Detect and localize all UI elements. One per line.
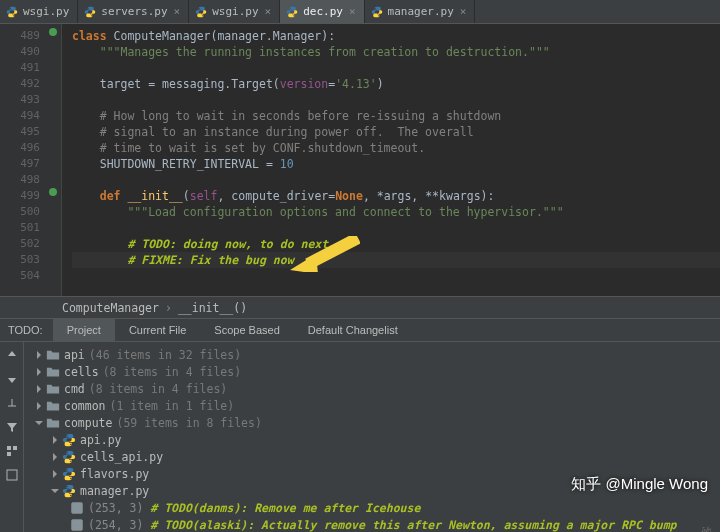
- folder-icon: [46, 382, 60, 396]
- chevron-right-icon: [50, 452, 60, 462]
- editor-tab[interactable]: manager.py×: [365, 0, 476, 23]
- chevron-right-icon: [50, 469, 60, 479]
- breadcrumb[interactable]: ComputeManager › __init__(): [0, 296, 720, 318]
- list-icon: [70, 518, 84, 532]
- close-icon[interactable]: ×: [349, 5, 356, 18]
- svg-rect-4: [7, 446, 11, 450]
- todo-entry[interactable]: (254, 3) # TODO(alaski): Actually remove…: [30, 516, 720, 532]
- todo-panel: api(46 items in 32 files) cells(8 items …: [0, 342, 720, 532]
- svg-rect-6: [7, 452, 11, 456]
- list-icon: [70, 501, 84, 515]
- python-icon: [62, 433, 76, 447]
- chevron-right-icon: [34, 367, 44, 377]
- svg-rect-7: [7, 470, 17, 480]
- tab-label: dec.py: [303, 5, 343, 18]
- close-icon[interactable]: ×: [460, 5, 467, 18]
- tree-row-folder[interactable]: api(46 items in 32 files): [30, 346, 720, 363]
- todo-sidebar: [0, 342, 24, 532]
- editor-tab[interactable]: wsgi.py×: [189, 0, 280, 23]
- preview-icon[interactable]: [5, 468, 19, 482]
- python-icon: [62, 450, 76, 464]
- chevron-right-icon: ›: [165, 301, 172, 315]
- chevron-right-icon: [34, 384, 44, 394]
- up-icon[interactable]: [5, 348, 19, 362]
- export-icon[interactable]: [5, 396, 19, 410]
- gutter-markers: [44, 24, 62, 296]
- down-icon[interactable]: [5, 372, 19, 386]
- folder-icon: [46, 399, 60, 413]
- tree-row-folder[interactable]: common(1 item in 1 file): [30, 397, 720, 414]
- todo-tab-project[interactable]: Project: [53, 319, 115, 341]
- folder-icon: [46, 416, 60, 430]
- group-icon[interactable]: [5, 444, 19, 458]
- editor-tab[interactable]: servers.py×: [78, 0, 189, 23]
- folder-icon: [46, 348, 60, 362]
- editor-tab[interactable]: dec.py×: [280, 0, 364, 23]
- folder-icon: [46, 365, 60, 379]
- tree-row-folder[interactable]: cmd(8 items in 4 files): [30, 380, 720, 397]
- tab-label: wsgi.py: [212, 5, 258, 18]
- chevron-right-icon: [50, 435, 60, 445]
- chevron-down-icon: [34, 418, 44, 428]
- todo-tab-default-changelist[interactable]: Default Changelist: [294, 319, 412, 341]
- todo-tree[interactable]: api(46 items in 32 files) cells(8 items …: [24, 342, 720, 532]
- tree-row-folder[interactable]: cells(8 items in 4 files): [30, 363, 720, 380]
- python-icon: [62, 484, 76, 498]
- code-editor[interactable]: 4894904914924934944954964974984995005015…: [0, 24, 720, 296]
- svg-rect-5: [13, 446, 17, 450]
- gutter-line-numbers: 4894904914924934944954964974984995005015…: [0, 24, 44, 296]
- editor-tabs: wsgi.py servers.py× wsgi.py× dec.py× man…: [0, 0, 720, 24]
- filter-icon[interactable]: [5, 420, 19, 434]
- chevron-right-icon: [34, 350, 44, 360]
- close-icon[interactable]: ×: [174, 5, 181, 18]
- close-icon[interactable]: ×: [265, 5, 272, 18]
- todo-entry[interactable]: (253, 3) # TODO(danms): Remove me after …: [30, 499, 720, 516]
- todo-panel-header: TODO: Project Current File Scope Based D…: [0, 318, 720, 342]
- python-icon: [195, 6, 207, 18]
- class-marker-icon: [49, 28, 57, 36]
- tab-label: servers.py: [101, 5, 167, 18]
- tab-label: wsgi.py: [23, 5, 69, 18]
- python-icon: [84, 6, 96, 18]
- tree-row-folder[interactable]: compute(59 items in 8 files): [30, 414, 720, 431]
- todo-label: TODO:: [0, 324, 53, 336]
- breadcrumb-method[interactable]: __init__(): [178, 301, 247, 315]
- chevron-down-icon: [50, 486, 60, 496]
- breadcrumb-class[interactable]: ComputeManager: [62, 301, 159, 315]
- tab-label: manager.py: [388, 5, 454, 18]
- python-icon: [62, 467, 76, 481]
- code-content[interactable]: class ComputeManager(manager.Manager): "…: [62, 24, 720, 296]
- chevron-right-icon: [34, 401, 44, 411]
- python-icon: [6, 6, 18, 18]
- tree-row-file[interactable]: cells_api.py: [30, 448, 720, 465]
- corner-watermark: ©51CTO博客: [700, 526, 714, 532]
- python-icon: [371, 6, 383, 18]
- python-icon: [286, 6, 298, 18]
- todo-tab-scope-based[interactable]: Scope Based: [200, 319, 293, 341]
- tree-row-file[interactable]: api.py: [30, 431, 720, 448]
- watermark: 知乎 @Mingle Wong: [571, 475, 708, 494]
- method-marker-icon: [49, 188, 57, 196]
- editor-tab[interactable]: wsgi.py: [0, 0, 78, 23]
- todo-tab-current-file[interactable]: Current File: [115, 319, 200, 341]
